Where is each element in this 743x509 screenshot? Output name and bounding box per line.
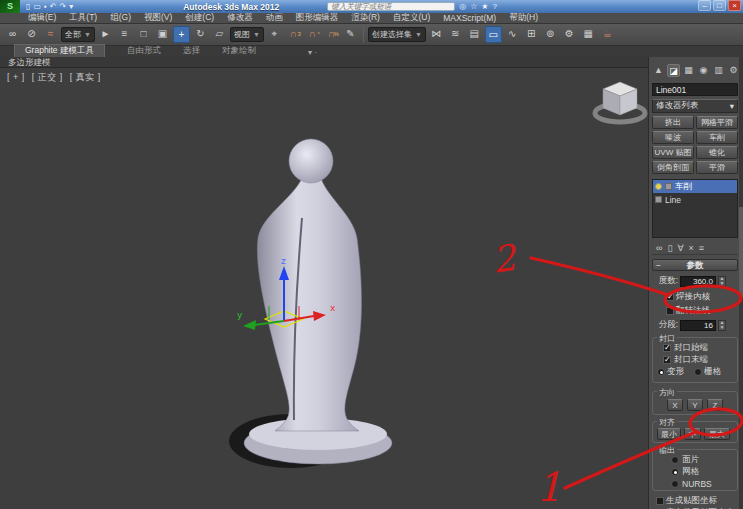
viewport-view-label[interactable]: [ 正交 ] [32, 72, 63, 82]
menu-help[interactable]: 帮助(H) [509, 12, 538, 24]
remove-modifier-icon[interactable]: × [689, 243, 694, 253]
schematic-view-icon[interactable]: ⊞ [523, 26, 540, 43]
rollout-collapse-icon[interactable]: − [656, 260, 661, 271]
stack-item-line[interactable]: Line [653, 193, 737, 206]
bind-to-spacewarp-icon[interactable]: ≈ [42, 26, 59, 43]
select-by-name-icon[interactable]: ≡ [116, 26, 133, 43]
subscription-icon[interactable]: ☆ [470, 0, 477, 13]
render-setup-icon[interactable]: ⚙ [561, 26, 578, 43]
snap-toggle-3d-icon[interactable]: ∩3 [285, 26, 302, 43]
menu-create[interactable]: 创建(C) [185, 12, 214, 24]
panel-scrollbar[interactable] [739, 57, 743, 509]
ribbon-overflow-icon[interactable]: ▾ · [308, 48, 317, 57]
align-max-button[interactable]: 最大 [704, 428, 730, 440]
maximize-button[interactable]: □ [713, 0, 726, 11]
direction-z-button[interactable]: Z [707, 399, 723, 411]
tab-object-paint[interactable]: 对象绘制 [222, 45, 256, 57]
segments-spinner[interactable]: ▲▼ [718, 320, 726, 331]
tab-selection[interactable]: 选择 [183, 45, 200, 57]
cap-end-checkbox[interactable] [663, 356, 671, 364]
menu-graph-editors[interactable]: 图形编辑器 [296, 12, 339, 24]
hierarchy-tab-icon[interactable]: ▦ [682, 64, 695, 77]
viewport-menu-label[interactable]: [ + ] [7, 72, 25, 82]
menu-rendering[interactable]: 渲染(R) [351, 12, 380, 24]
keyboard-override-icon[interactable]: ✎ [342, 26, 359, 43]
selection-filter-dropdown[interactable]: 全部▼ [61, 27, 95, 42]
morph-radio[interactable] [657, 368, 665, 376]
object-name-field[interactable]: Line001 [652, 83, 738, 96]
show-end-result-icon[interactable]: ▯ [667, 243, 672, 253]
menu-views[interactable]: 视图(V) [144, 12, 172, 24]
make-unique-icon[interactable]: ∀ [677, 243, 683, 253]
viewport-canvas[interactable]: z y x [0, 68, 648, 509]
output-mesh-radio[interactable] [671, 468, 679, 476]
align-center-button[interactable]: 中 [684, 428, 701, 440]
tab-graphite-modeling[interactable]: Graphite 建模工具 [14, 44, 105, 57]
infocenter-search-input[interactable] [327, 2, 455, 11]
menu-animation[interactable]: 动画 [266, 12, 283, 24]
rect-selection-region-icon[interactable]: □ [135, 26, 152, 43]
select-object-icon[interactable]: ► [97, 26, 114, 43]
menu-maxscript[interactable]: MAXScript(M) [443, 13, 496, 23]
bevel-profile-button[interactable]: 倒角剖面 [652, 161, 694, 174]
create-tab-icon[interactable]: ▲ [652, 64, 665, 77]
weld-core-checkbox[interactable] [666, 293, 674, 301]
menu-group[interactable]: 组(G) [110, 12, 131, 24]
select-and-rotate-icon[interactable]: ↻ [192, 26, 209, 43]
percent-snap-icon[interactable]: ∩% [323, 26, 340, 43]
layer-manager-icon[interactable]: ▤ [466, 26, 483, 43]
degrees-field[interactable]: 360.0 [680, 276, 716, 287]
polygon-modeling-panel-label[interactable]: 多边形建模 [8, 57, 51, 67]
align-min-button[interactable]: 最小 [657, 428, 681, 440]
select-and-move-icon[interactable]: + [173, 26, 190, 43]
flip-normals-checkbox[interactable] [666, 307, 674, 315]
use-pivot-center-icon[interactable]: ⌖ [266, 26, 283, 43]
select-and-scale-icon[interactable]: ▱ [211, 26, 228, 43]
app-logo-icon[interactable]: S [0, 0, 20, 13]
grid-radio[interactable] [694, 368, 702, 376]
menu-tools[interactable]: 工具(T) [69, 12, 97, 24]
material-editor-icon[interactable]: ⊚ [542, 26, 559, 43]
menu-edit[interactable]: 编辑(E) [28, 12, 56, 24]
noise-button[interactable]: 噪波 [652, 131, 694, 144]
menu-modifiers[interactable]: 修改器 [227, 12, 253, 24]
align-icon[interactable]: ≋ [447, 26, 464, 43]
viewport[interactable]: [ + ] [ 正交 ] [ 真实 ] [0, 68, 648, 509]
mirror-icon[interactable]: ⋈ [428, 26, 445, 43]
generate-mapping-coords-checkbox[interactable] [656, 497, 664, 505]
window-crossing-icon[interactable]: ▣ [154, 26, 171, 43]
pin-stack-icon[interactable]: ∞ [656, 243, 662, 253]
close-button[interactable]: × [728, 0, 741, 11]
direction-y-button[interactable]: Y [687, 399, 703, 411]
meshsmooth-button[interactable]: 网格平滑 [696, 116, 738, 129]
modifier-enabled-bulb-icon[interactable] [655, 183, 662, 190]
output-patch-radio[interactable] [671, 456, 679, 464]
lathe-model[interactable] [244, 139, 392, 464]
uvw-map-button[interactable]: UVW 贴图 [652, 146, 694, 159]
named-selection-set-dropdown[interactable]: 创建选择集▼ [368, 27, 426, 42]
reference-coordinate-dropdown[interactable]: 视图▼ [230, 27, 264, 42]
viewport-shading-label[interactable]: [ 真实 ] [70, 72, 101, 82]
redo-icon[interactable]: ↷ [60, 0, 67, 13]
minimize-button[interactable]: – [698, 0, 711, 11]
ribbon-panel-strip[interactable]: 多边形建模 [0, 57, 648, 68]
modifier-list-dropdown[interactable]: 修改器列表 ▾ [652, 99, 738, 113]
favorites-icon[interactable]: ★ [481, 0, 488, 13]
degrees-spinner[interactable]: ▲▼ [718, 276, 726, 287]
ribbon-toggle-icon[interactable]: ▭ [485, 26, 502, 43]
modify-tab-icon[interactable]: ◪ [667, 64, 680, 77]
angle-snap-icon[interactable]: ∩° [304, 26, 321, 43]
parameters-rollout-header[interactable]: − 参数 [652, 259, 738, 271]
cap-start-checkbox[interactable] [663, 344, 671, 352]
help-icon[interactable]: ? [492, 0, 496, 13]
search-icon[interactable]: ◎ [459, 0, 466, 13]
extrude-button[interactable]: 挤出 [652, 116, 694, 129]
segments-field[interactable]: 16 [680, 320, 716, 331]
curve-editor-icon[interactable]: ∿ [504, 26, 521, 43]
motion-tab-icon[interactable]: ◉ [697, 64, 710, 77]
unlink-selection-icon[interactable]: ⊘ [23, 26, 40, 43]
select-and-link-icon[interactable]: ∞ [4, 26, 21, 43]
viewcube[interactable] [595, 82, 645, 122]
taper-button[interactable]: 锥化 [696, 146, 738, 159]
configure-modifier-sets-icon[interactable]: ≡ [699, 243, 704, 253]
